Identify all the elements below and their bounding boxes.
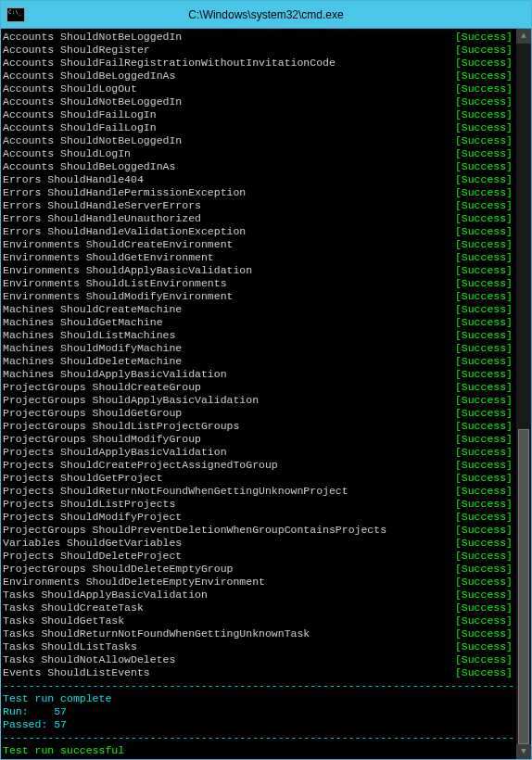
test-status: [Success] (455, 459, 514, 472)
test-name: Accounts ShouldNotBeLoggedIn (3, 95, 182, 108)
test-name: Environments ShouldApplyBasicValidation (3, 264, 252, 277)
test-status: [Success] (455, 186, 514, 199)
test-name: Environments ShouldGetEnvironment (3, 251, 214, 264)
test-result-row: Environments ShouldCreateEnvironment[Suc… (3, 238, 514, 251)
test-result-row: ProjectGroups ShouldGetGroup[Success] (3, 407, 514, 420)
test-status: [Success] (455, 342, 514, 355)
test-name: Errors ShouldHandleValidationException (3, 225, 246, 238)
test-name: Projects ShouldApplyBasicValidation (3, 446, 227, 459)
test-status: [Success] (455, 472, 514, 485)
test-status: [Success] (455, 394, 514, 407)
test-status: [Success] (455, 238, 514, 251)
test-status: [Success] (455, 264, 514, 277)
test-status: [Success] (455, 57, 514, 70)
test-result-row: Tasks ShouldNotAllowDeletes[Success] (3, 653, 514, 666)
test-result-row: Errors ShouldHandleValidationException[S… (3, 225, 514, 238)
test-status: [Success] (455, 225, 514, 238)
test-name: ProjectGroups ShouldCreateGroup (3, 381, 201, 394)
test-status: [Success] (455, 433, 514, 446)
test-name: Errors ShouldHandleUnauthorized (3, 212, 201, 225)
test-result-row: ProjectGroups ShouldCreateGroup[Success] (3, 381, 514, 394)
test-status: [Success] (455, 134, 514, 147)
test-name: Projects ShouldModifyProject (3, 511, 182, 524)
test-name: Errors ShouldHandlePermissionException (3, 186, 246, 199)
test-result-row: Tasks ShouldCreateTask[Success] (3, 602, 514, 614)
test-status: [Success] (455, 277, 514, 290)
test-result-row: ProjectGroups ShouldListProjectGroups[Su… (3, 420, 514, 433)
test-status: [Success] (455, 95, 514, 108)
test-name: Environments ShouldCreateEnvironment (3, 238, 233, 251)
test-status: [Success] (455, 589, 514, 602)
test-result-row: Accounts ShouldRegister[Success] (3, 44, 514, 57)
test-status: [Success] (455, 381, 514, 394)
vertical-scrollbar[interactable]: ▲ ▼ (516, 29, 531, 759)
test-result-row: ProjectGroups ShouldApplyBasicValidation… (3, 394, 514, 407)
test-status: [Success] (455, 368, 514, 381)
test-name: Machines ShouldListMachines (3, 329, 175, 342)
test-result-row: Accounts ShouldNotBeLoggedIn[Success] (3, 134, 514, 147)
test-status: [Success] (455, 173, 514, 186)
scrollbar-thumb[interactable] (518, 429, 529, 744)
cmd-icon (6, 7, 25, 22)
test-result-row: Tasks ShouldApplyBasicValidation[Success… (3, 589, 514, 602)
test-status: [Success] (455, 108, 514, 121)
test-result-row: Accounts ShouldNotBeLoggedIn[Success] (3, 95, 514, 108)
test-status: [Success] (455, 160, 514, 173)
test-result-row: Projects ShouldApplyBasicValidation[Succ… (3, 446, 514, 459)
test-result-row: Environments ShouldApplyBasicValidation[… (3, 264, 514, 277)
test-status: [Success] (455, 446, 514, 459)
test-name: Accounts ShouldLogIn (3, 147, 131, 160)
test-name: Tasks ShouldApplyBasicValidation (3, 589, 208, 602)
test-status: [Success] (455, 212, 514, 225)
test-name: Projects ShouldReturnNotFoundWhenGetting… (3, 485, 348, 498)
test-name: ProjectGroups ShouldModifyGroup (3, 433, 201, 446)
test-name: ProjectGroups ShouldDeleteEmptyGroup (3, 563, 233, 576)
test-status: [Success] (455, 627, 514, 640)
test-result-row: Variables ShouldGetVariables[Success] (3, 537, 514, 550)
test-name: Tasks ShouldNotAllowDeletes (3, 653, 175, 666)
scroll-down-arrow-icon[interactable]: ▼ (516, 744, 531, 759)
test-result-row: Environments ShouldGetEnvironment[Succes… (3, 251, 514, 264)
test-result-row: Errors ShouldHandlePermissionException[S… (3, 186, 514, 199)
test-result-row: Projects ShouldGetProject[Success] (3, 472, 514, 485)
test-result-row: Machines ShouldModifyMachine[Success] (3, 342, 514, 355)
test-status: [Success] (455, 44, 514, 57)
cmd-window: C:\Windows\system32\cmd.exe Accounts Sho… (0, 0, 532, 760)
test-name: Accounts ShouldNotBeLoggedIn (3, 31, 182, 44)
summary-success: Test run successful (3, 744, 514, 757)
test-name: Projects ShouldCreateProjectAssignedToGr… (3, 459, 278, 472)
test-result-row: Projects ShouldModifyProject[Success] (3, 511, 514, 524)
test-result-row: Accounts ShouldFailRegistrationWithoutIn… (3, 57, 514, 70)
test-status: [Success] (455, 576, 514, 589)
terminal-output[interactable]: Accounts ShouldNotBeLoggedIn[Success]Acc… (1, 29, 516, 759)
test-result-row: Projects ShouldDeleteProject[Success] (3, 550, 514, 563)
test-result-row: Errors ShouldHandle404[Success] (3, 173, 514, 186)
test-name: Machines ShouldApplyBasicValidation (3, 368, 227, 381)
test-status: [Success] (455, 550, 514, 563)
test-name: Environments ShouldModifyEnvironment (3, 290, 233, 303)
test-name: Tasks ShouldCreateTask (3, 602, 144, 614)
test-status: [Success] (455, 355, 514, 368)
test-name: Errors ShouldHandleServerErrors (3, 199, 201, 212)
window-title: C:\Windows\system32\cmd.exe (1, 8, 531, 21)
test-status: [Success] (455, 251, 514, 264)
test-result-row: Errors ShouldHandleServerErrors[Success] (3, 199, 514, 212)
test-result-row: Errors ShouldHandleUnauthorized[Success] (3, 212, 514, 225)
scroll-up-arrow-icon[interactable]: ▲ (516, 29, 531, 44)
test-name: Events ShouldListEvents (3, 666, 150, 679)
test-status: [Success] (455, 653, 514, 666)
test-name: Projects ShouldGetProject (3, 472, 163, 485)
test-status: [Success] (455, 303, 514, 316)
test-name: Tasks ShouldReturnNotFoundWhenGettingUnk… (3, 627, 310, 640)
test-name: ProjectGroups ShouldListProjectGroups (3, 420, 239, 433)
scrollbar-track[interactable] (516, 44, 531, 744)
test-result-row: Machines ShouldGetMachine[Success] (3, 316, 514, 329)
test-status: [Success] (455, 147, 514, 160)
test-name: Tasks ShouldGetTask (3, 614, 124, 627)
test-name: Machines ShouldModifyMachine (3, 342, 182, 355)
test-result-row: Accounts ShouldBeLoggedInAs[Success] (3, 160, 514, 173)
test-status: [Success] (455, 329, 514, 342)
titlebar[interactable]: C:\Windows\system32\cmd.exe (1, 1, 531, 29)
test-result-row: Machines ShouldCreateMachine[Success] (3, 303, 514, 316)
test-result-row: Accounts ShouldFailLogIn[Success] (3, 121, 514, 134)
